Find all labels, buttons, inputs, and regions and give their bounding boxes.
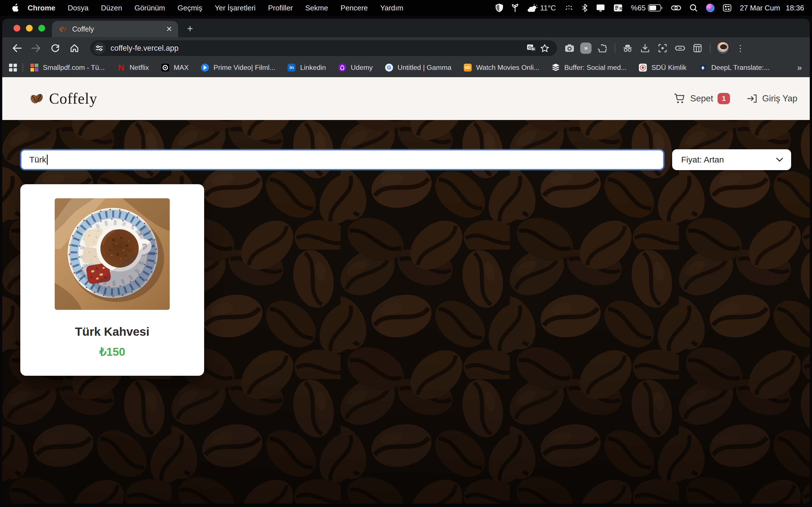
new-tab-button[interactable]: + — [183, 21, 197, 36]
display-icon[interactable] — [596, 4, 605, 12]
bookmark-max[interactable]: MAX — [161, 63, 189, 72]
sort-select[interactable]: Fiyat: Artan — [672, 149, 791, 170]
search-input[interactable]: Türk — [20, 149, 664, 170]
bookmark-label: MAX — [174, 64, 189, 71]
bookmark-label: Prime Video| Filml... — [213, 64, 275, 71]
downloads-icon[interactable] — [638, 41, 652, 55]
tab-close-icon[interactable]: ✕ — [165, 24, 174, 34]
apps-grid-icon[interactable] — [9, 64, 17, 71]
menu-item-chrome[interactable]: Chrome — [21, 4, 61, 12]
browser-toolbar: coffely-fe.vercel.app G文 » — [2, 37, 810, 59]
linkedin-favicon-icon: in — [287, 63, 296, 72]
battery-indicator[interactable]: %65 — [631, 4, 663, 12]
menu-item-sekme[interactable]: Sekme — [299, 4, 335, 12]
bookmarks-overflow-icon[interactable]: » — [797, 63, 802, 72]
window-controls — [13, 25, 45, 32]
translate-icon[interactable]: G文 — [524, 41, 538, 55]
minimize-window-button[interactable] — [26, 25, 33, 32]
bluetooth-icon[interactable] — [582, 4, 588, 12]
control-center-icon[interactable] — [723, 4, 731, 11]
bookmark-hd[interactable]: HDWatch Movies Onli... — [463, 63, 540, 72]
macos-menu-bar: ChromeDosyaDüzenGörünümGeçmişYer İşaretl… — [0, 0, 812, 16]
keyboard-brightness-icon[interactable] — [564, 4, 573, 11]
filter-controls: Türk Fiyat: Artan — [20, 149, 791, 170]
bookmark-buffer[interactable]: Buffer: Social med... — [551, 63, 626, 72]
site-content: Türk Fiyat: Artan — [2, 120, 810, 504]
max-favicon-icon — [161, 63, 170, 72]
buffer-favicon-icon — [551, 63, 560, 72]
bookmark-label: Buffer: Social med... — [564, 64, 626, 71]
toolbar-extensions-area: » — [563, 41, 747, 55]
temperature-label: 11°C — [540, 4, 556, 12]
udemy-favicon-icon — [338, 63, 347, 72]
cart-icon — [674, 93, 686, 104]
seedling-icon[interactable] — [511, 4, 519, 12]
close-window-button[interactable] — [13, 25, 20, 32]
bookmark-label: Smallpdf.com - Tü... — [43, 64, 105, 71]
bookmark-label: DeepL Translate:... — [711, 64, 770, 71]
bookmark-label: Watch Movies Onli... — [476, 64, 540, 71]
siri-icon[interactable] — [706, 4, 714, 12]
incognito-extension-icon[interactable] — [621, 41, 635, 55]
bookmark-deepl[interactable]: DeepL Translate:... — [698, 63, 770, 72]
bookmark-label: Linkedin — [300, 64, 326, 71]
site-logo[interactable]: Coffely — [29, 90, 97, 107]
bookmark-prime[interactable]: Prime Video| Filml... — [200, 63, 275, 72]
bookmark-gamma[interactable]: GUntitled | Gamma — [385, 63, 451, 72]
smallpdf-favicon-icon — [30, 63, 39, 72]
address-bar[interactable]: coffely-fe.vercel.app G文 — [90, 40, 557, 56]
shield-icon[interactable] — [496, 4, 503, 12]
login-link[interactable]: Giriş Yap — [747, 94, 797, 104]
screen-capture-icon[interactable] — [656, 41, 669, 55]
back-icon[interactable] — [9, 40, 25, 56]
browser-tab-coffely[interactable]: Coffely ✕ — [52, 21, 178, 37]
bookmark-udemy[interactable]: Udemy — [338, 63, 373, 72]
menu-item-d-zen[interactable]: Düzen — [95, 4, 128, 12]
svg-text:文: 文 — [532, 48, 536, 51]
weather-widget[interactable]: 11°C — [527, 4, 556, 12]
forward-icon[interactable] — [28, 40, 44, 56]
login-label: Giriş Yap — [762, 94, 797, 104]
camera-extension-icon[interactable] — [563, 41, 576, 55]
menu-item-ge-mi-[interactable]: Geçmiş — [171, 4, 209, 12]
bookmark-netflix[interactable]: NNetflix — [117, 63, 149, 72]
speed-extension-icon[interactable]: » — [580, 43, 592, 54]
cart-count-badge: 1 — [718, 93, 730, 104]
sdu-favicon-icon — [638, 63, 647, 72]
bookmark-linkedin[interactable]: inLinkedin — [287, 63, 326, 72]
url-text[interactable]: coffely-fe.vercel.app — [110, 44, 524, 53]
copy-link-icon[interactable] — [673, 41, 687, 55]
bookmark-label: Udemy — [351, 64, 373, 71]
spotlight-search-icon[interactable] — [690, 4, 698, 12]
bookmark-smallpdf[interactable]: Smallpdf.com - Tü... — [30, 63, 105, 72]
deepl-favicon-icon — [698, 63, 707, 72]
bookmark-star-icon[interactable] — [538, 41, 552, 55]
coffee-beans-logo-icon — [29, 92, 45, 105]
home-icon[interactable] — [66, 40, 82, 56]
search-input-value: Türk — [29, 155, 46, 165]
zoom-window-button[interactable] — [38, 25, 45, 32]
menu-item-yer-i-aretleri[interactable]: Yer İşaretleri — [209, 4, 262, 12]
menu-item-profiller[interactable]: Profiller — [262, 4, 299, 12]
menu-item-g-r-n-m[interactable]: Görünüm — [128, 4, 171, 12]
product-name: Türk Kahvesi — [75, 325, 149, 339]
extensions-puzzle-icon[interactable] — [596, 41, 609, 55]
menubar-date[interactable]: 27 Mar Cum — [740, 4, 780, 12]
product-card[interactable]: Türk Kahvesi ₺150 — [20, 184, 204, 376]
menu-item-yard-m[interactable]: Yardım — [374, 4, 410, 12]
menubar-time[interactable]: 18:36 — [786, 4, 804, 12]
reading-list-icon[interactable] — [691, 41, 704, 55]
menu-item-pencere[interactable]: Pencere — [335, 4, 374, 12]
cart-link[interactable]: Sepet 1 — [674, 93, 730, 104]
site-settings-icon[interactable] — [93, 42, 105, 54]
chrome-menu-icon[interactable]: ⋮ — [733, 41, 747, 55]
bookmark-sdu[interactable]: SDÜ Kimlik — [638, 63, 686, 72]
keyboard-viewer-icon[interactable]: ⌘ — [613, 4, 622, 12]
menu-item-dosya[interactable]: Dosya — [61, 4, 95, 12]
prime-favicon-icon — [200, 63, 209, 72]
reload-icon[interactable] — [47, 40, 63, 56]
tab-title: Coffely — [72, 25, 165, 33]
handoff-link-icon[interactable] — [671, 4, 681, 11]
apple-menu-icon[interactable] — [11, 3, 19, 12]
profile-avatar[interactable] — [716, 41, 730, 55]
